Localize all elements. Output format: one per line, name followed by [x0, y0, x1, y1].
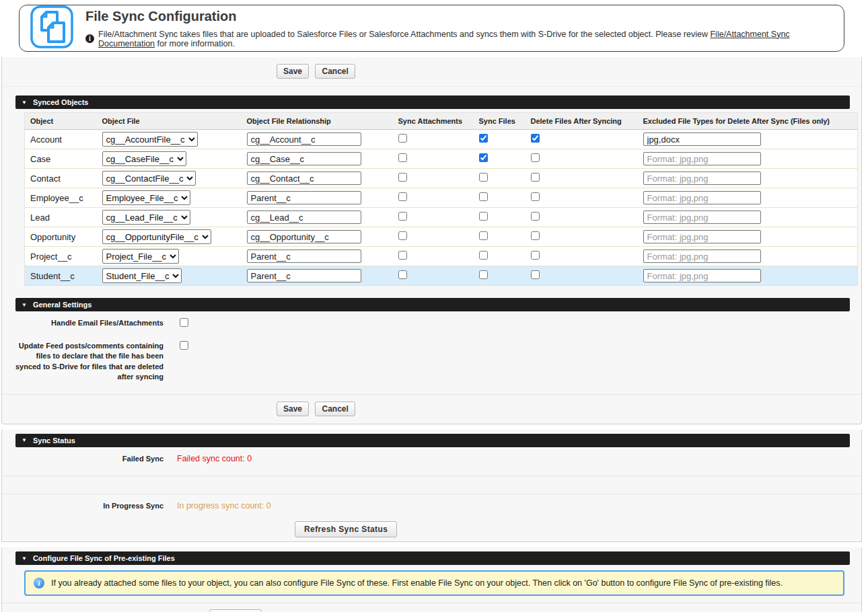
table-row-opportunity: Opportunity cg__OpportunityFile__c: [25, 227, 858, 247]
table-row-employee: Employee__c Employee_File__c: [25, 188, 858, 208]
sync-files-checkbox[interactable]: [479, 251, 488, 260]
object-file-select[interactable]: Project_File__c: [102, 249, 179, 264]
object-file-select[interactable]: Student_File__c: [102, 268, 182, 283]
page-title: File Sync Configuration: [85, 9, 833, 24]
table-row-account: Account cg__AccountFile__c: [25, 130, 858, 149]
excluded-file-types-input[interactable]: [643, 152, 761, 165]
sync-files-checkbox[interactable]: [479, 270, 488, 279]
excluded-file-types-input[interactable]: [643, 171, 761, 185]
preexisting-info-box: i If you already attached some files to …: [24, 570, 844, 596]
header-info-line: i File/Attachment Sync takes files that …: [85, 30, 833, 48]
sync-files-checkbox[interactable]: [479, 134, 488, 143]
excluded-file-types-input[interactable]: [643, 191, 761, 204]
object-name: Case: [25, 149, 97, 169]
failed-sync-label: Failed Sync: [9, 453, 164, 464]
failed-sync-row: Failed Sync Failed sync count: 0: [2, 447, 861, 469]
object-file-select[interactable]: cg__CaseFile__c: [102, 151, 186, 166]
preexisting-info-text: If you already attached some files to yo…: [51, 578, 783, 588]
preexisting-section-header[interactable]: ▼ Configure File Sync of Pre-existing Fi…: [15, 551, 850, 565]
delete-files-checkbox[interactable]: [531, 212, 540, 221]
object-file-relationship-input[interactable]: [247, 132, 361, 146]
object-file-select[interactable]: cg__OpportunityFile__c: [102, 229, 211, 244]
object-name: Account: [25, 130, 97, 149]
handle-email-row: Handle Email Files/Attachments: [2, 311, 861, 334]
col-excluded-file-types: Excluded File Types for Delete After Syn…: [638, 113, 858, 130]
header-info-suffix: for more information.: [157, 39, 235, 48]
delete-files-checkbox[interactable]: [531, 134, 540, 143]
sync-attachments-checkbox[interactable]: [398, 270, 407, 279]
sync-status-panel: ▼ Sync Status Failed Sync Failed sync co…: [1, 430, 862, 543]
table-row-lead: Lead cg__Lead_File__c: [25, 208, 858, 227]
info-icon: i: [85, 34, 94, 43]
sync-attachments-checkbox[interactable]: [398, 173, 407, 182]
table-row-student: Student__c Student_File__c: [25, 266, 858, 286]
object-file-relationship-input[interactable]: [247, 230, 361, 243]
table-row-contact: Contact cg__ContactFile__c: [25, 169, 858, 188]
general-settings-section-header[interactable]: ▼ General Settings: [15, 298, 850, 311]
object-file-select[interactable]: cg__Lead_File__c: [102, 210, 190, 225]
sync-status-section-header[interactable]: ▼ Sync Status: [15, 434, 850, 447]
in-progress-sync-label: In Progress Sync: [9, 500, 164, 511]
delete-files-checkbox[interactable]: [531, 270, 540, 279]
go-button[interactable]: Go: [209, 609, 262, 612]
handle-email-checkbox[interactable]: [180, 318, 188, 327]
excluded-file-types-input[interactable]: [643, 250, 761, 263]
sync-attachments-checkbox[interactable]: [398, 134, 407, 143]
delete-files-checkbox[interactable]: [531, 251, 540, 260]
object-file-relationship-input[interactable]: [247, 171, 361, 185]
sync-files-checkbox[interactable]: [479, 173, 488, 182]
collapse-triangle-icon: ▼: [22, 100, 27, 106]
save-button[interactable]: Save: [277, 401, 309, 416]
object-name: Opportunity: [25, 227, 97, 247]
cancel-button[interactable]: Cancel: [315, 401, 355, 416]
refresh-sync-status-button[interactable]: Refresh Sync Status: [295, 521, 397, 537]
sync-attachments-checkbox[interactable]: [398, 192, 407, 201]
delete-files-checkbox[interactable]: [531, 173, 540, 182]
object-file-select[interactable]: Employee_File__c: [102, 190, 190, 205]
excluded-file-types-input[interactable]: [643, 132, 761, 146]
delete-files-checkbox[interactable]: [531, 153, 540, 162]
excluded-file-types-input[interactable]: [643, 269, 761, 282]
update-feed-checkbox[interactable]: [180, 341, 188, 350]
object-file-relationship-input[interactable]: [247, 250, 361, 263]
sync-attachments-checkbox[interactable]: [398, 212, 407, 221]
object-file-relationship-input[interactable]: [247, 211, 361, 224]
sync-files-checkbox[interactable]: [479, 231, 488, 240]
sync-files-checkbox[interactable]: [479, 192, 488, 201]
collapse-triangle-icon: ▼: [22, 437, 27, 443]
update-feed-row: Update Feed posts/comments containing fi…: [2, 334, 861, 387]
collapse-triangle-icon: ▼: [22, 302, 27, 308]
section-title: Sync Status: [33, 436, 75, 445]
sync-files-checkbox[interactable]: [479, 212, 488, 221]
preexisting-panel: ▼ Configure File Sync of Pre-existing Fi…: [1, 547, 862, 612]
cancel-button[interactable]: Cancel: [315, 64, 355, 79]
object-file-select[interactable]: cg__ContactFile__c: [102, 171, 196, 186]
info-icon: i: [34, 578, 44, 588]
delete-files-checkbox[interactable]: [531, 192, 540, 201]
collapse-triangle-icon: ▼: [22, 556, 27, 562]
sync-attachments-checkbox[interactable]: [398, 231, 407, 240]
object-file-relationship-input[interactable]: [247, 269, 361, 282]
section-title: General Settings: [33, 301, 92, 309]
object-file-relationship-input[interactable]: [247, 152, 361, 165]
synced-objects-section-header[interactable]: ▼ Synced Objects: [15, 95, 850, 109]
page-header: File Sync Configuration i File/Attachmen…: [19, 5, 844, 52]
sync-attachments-checkbox[interactable]: [398, 153, 407, 162]
excluded-file-types-input[interactable]: [643, 211, 761, 224]
sync-attachments-checkbox[interactable]: [398, 251, 407, 260]
col-object-file: Object File: [97, 113, 242, 130]
bottom-button-row: Save Cancel: [2, 395, 861, 424]
object-name: Employee__c: [25, 188, 97, 208]
refresh-button-row: Refresh Sync Status: [2, 516, 861, 541]
excluded-file-types-input[interactable]: [643, 230, 761, 243]
update-feed-label: Update Feed posts/comments containing fi…: [9, 340, 164, 383]
sync-files-checkbox[interactable]: [479, 153, 488, 162]
object-file-select[interactable]: cg__AccountFile__c: [102, 132, 198, 147]
object-name: Project__c: [25, 247, 97, 266]
object-name: Contact: [25, 169, 97, 188]
delete-files-checkbox[interactable]: [531, 231, 540, 240]
object-file-relationship-input[interactable]: [247, 191, 361, 204]
handle-email-label: Handle Email Files/Attachments: [9, 317, 164, 328]
save-button[interactable]: Save: [277, 64, 309, 79]
section-title: Configure File Sync of Pre-existing File…: [33, 554, 175, 562]
